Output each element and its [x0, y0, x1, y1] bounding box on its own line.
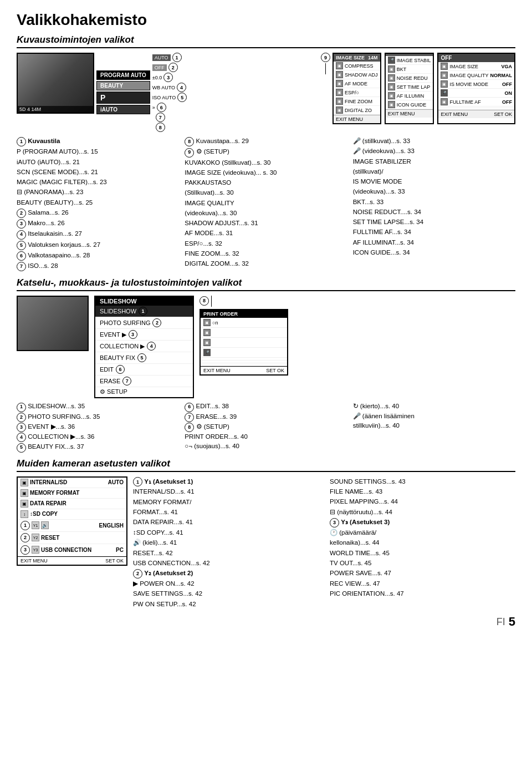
bot-badge-1: 1 [133, 477, 142, 486]
badge-7: 7 [156, 113, 165, 122]
badge-8: 8 [156, 123, 165, 132]
cap-badge-9: 9 [185, 148, 194, 158]
settings-row-copy: ↕ ↕SD COPY [18, 509, 126, 520]
camera-preview-mid [17, 296, 89, 351]
mid-badge-8: 8 [185, 423, 194, 432]
slideshow-badge-7: 7 [122, 377, 131, 385]
page-footer: FI 5 [17, 615, 515, 629]
badge-4: 4 [177, 83, 186, 92]
cap-badge-3: 3 [17, 219, 26, 229]
icon-noise: ▣ [388, 74, 395, 82]
badge-3: 3 [163, 73, 173, 82]
main-menu-footer: EXIT MENU [334, 115, 380, 123]
icon-imgsize2: ▣ [441, 63, 448, 70]
mid-badge-3: 3 [17, 423, 26, 432]
mid-captions: 1 SLIDESHOW...s. 35 2 PHOTO SURFING...s.… [17, 402, 515, 452]
cap-badge-6: 6 [17, 251, 26, 261]
settings-row-internalsd: ▣ INTERNAL/SD AUTO [18, 478, 126, 488]
slideshow-row-setup: ⚙ SETUP [95, 387, 193, 397]
settings-row-2: 2 Y2 RESET [18, 532, 126, 544]
sub-row-bkt: ▣ BKT [386, 65, 433, 74]
sub-menu-panel2: OFF ▣ IMAGE SIZE VGA ▣ IMAGE QUALITY NOR… [437, 53, 515, 124]
preview-overlay-text: 5D 4 14M [19, 106, 41, 112]
mode-beauty[interactable]: BEAUTY [96, 81, 150, 90]
caption-col2: 8 Kuvaustapa...s. 29 9 ⚙ (SETUP) KUVAKOK… [185, 136, 347, 272]
icon-y2: Y2 [32, 534, 39, 541]
cap-badge-8: 8 [185, 137, 194, 146]
section-title-2: Katselu-, muokkaus- ja tulostustoimintoj… [17, 277, 515, 291]
settings-badge-2: 2 [21, 533, 30, 542]
print-order-header: PRINT ORDER [201, 310, 287, 318]
icon-finezoom: ▣ [336, 98, 343, 105]
icon-print-mic: 🎤 [203, 349, 211, 356]
mode-program[interactable]: PROGRAM AUTO [96, 70, 150, 80]
icon-datarepair: ▣ [21, 500, 28, 508]
mode-buttons: PROGRAM AUTO BEAUTY P iAUTO [96, 53, 150, 132]
sub-menu-panel2-header: OFF [438, 54, 514, 62]
main-menu-panel: IMAGE SIZE 14M ▣ COMPRESS ▣ SHADOW ADJ ▣… [332, 53, 381, 124]
icon-lang: 🔊 [41, 521, 49, 529]
icon-print3: ▣ [203, 339, 211, 346]
sub2-row-fulltime: ▣ FULLTIME AF OFF [438, 98, 514, 106]
sub-row-iconguide: ▣ ICON GUIDE [386, 100, 433, 109]
print-row-2: ▣ [201, 328, 287, 338]
sub-menu-panel2-footer: EXIT MENU SET OK [438, 110, 514, 118]
mid-badge-1: 1 [17, 403, 26, 412]
mid-badge-6: 6 [185, 403, 194, 412]
icon-esp: ▣ [336, 89, 343, 96]
sub2-row-ismovie: ▣ IS MOVIE MODE OFF [438, 80, 514, 89]
top-controls: AUTO 1 OFF 2 ±0.0 3 WB AUTO 4 ISO AUTO [152, 53, 187, 132]
settings-badge-1: 1 [21, 521, 30, 530]
slideshow-badge-3: 3 [129, 330, 137, 339]
settings-row-3: 3 Y3 USB CONNECTION PC [18, 544, 126, 556]
badge-5: 5 [177, 93, 187, 102]
settings-row-1: 1 Y1 🔊 ENGLISH [18, 520, 126, 532]
top-right-panels: IMAGE SIZE 14M ▣ COMPRESS ▣ SHADOW ADJ ▣… [332, 53, 515, 124]
fi-label: FI [497, 616, 505, 628]
slideshow-row-collection: COLLECTION ▶ 4 [95, 341, 193, 352]
slideshow-badge-1: 1 [139, 307, 147, 316]
badge-2: 2 [168, 63, 178, 72]
slideshow-badge-5: 5 [137, 353, 146, 362]
sub-menu-panel1: 🎤 IMAGE STABIL ▣ BKT ▣ NOISE REDU ▣ SET … [385, 53, 434, 124]
icon-bkt: ▣ [388, 65, 395, 73]
ctrl-iso: ISO AUTO [152, 95, 176, 100]
settings-panel: ▣ INTERNAL/SD AUTO ▣ MEMORY FORMAT ▣ DAT… [17, 476, 127, 566]
icon-iconguide: ▣ [388, 101, 395, 108]
slideshow-menu: SLIDESHOW SLIDESHOW 1 PHOTO SURFING 2 EV… [94, 296, 194, 398]
slideshow-badge-6: 6 [116, 365, 125, 374]
cap-badge-4: 4 [17, 230, 26, 240]
print-row-1: ▣ ○n [201, 318, 287, 328]
bottom-col1: 1 Y₁ (Asetukset 1) INTERNAL/SD...s. 41 M… [133, 476, 319, 610]
ctrl-exp: ±0.0 [152, 75, 162, 80]
mode-p[interactable]: P [96, 92, 150, 104]
bot-badge-2: 2 [133, 569, 142, 579]
icon-mic2: 🎤 [441, 89, 448, 97]
top-captions: 1 Kuvaustila P (PROGRAM AUTO)...s. 15 iA… [17, 136, 515, 272]
sub2-row-mic: 🎤 ON [438, 89, 514, 98]
caption-col1: 1 Kuvaustila P (PROGRAM AUTO)...s. 15 iA… [17, 136, 179, 272]
menu-row-compress: ▣ COMPRESS [334, 62, 380, 70]
menu-row-shadow: ▣ SHADOW ADJ [334, 70, 380, 79]
ctrl-auto: AUTO [152, 54, 171, 61]
icon-internalsd: ▣ [21, 479, 28, 486]
icon-mic-stab: 🎤 [388, 57, 395, 64]
bottom-captions: 1 Y₁ (Asetukset 1) INTERNAL/SD...s. 41 M… [133, 476, 515, 610]
settings-row-memformat: ▣ MEMORY FORMAT [18, 488, 126, 499]
slideshow-row-edit: EDIT 6 [95, 364, 193, 376]
bot-badge-3: 3 [330, 518, 339, 527]
slideshow-row-beautyfix: BEAUTY FIX 5 [95, 352, 193, 364]
caption-col3: 🎤 (stillkuvat)...s. 33 🎤 (videokuva)...s… [353, 136, 515, 272]
icon-memformat: ▣ [21, 489, 28, 497]
mode-iauto[interactable]: iAUTO [96, 105, 150, 114]
slideshow-badge-2: 2 [152, 318, 161, 327]
print-order-panel: PRINT ORDER ▣ ○n ▣ ▣ 🎤 EXIT MENU SET OK [200, 309, 288, 376]
mid-badge-4: 4 [17, 433, 26, 442]
icon-imgqual: ▣ [441, 72, 448, 79]
print-row-mic: 🎤 [201, 348, 287, 358]
sub2-row-imgsize: ▣ IMAGE SIZE VGA [438, 62, 514, 71]
settings-footer: EXIT MENU SET OK [18, 556, 126, 565]
icon-afmode: ▣ [336, 80, 343, 87]
menu-row-digitalzoom: ▣ DIGITAL ZO [334, 106, 380, 115]
icon-print2: ▣ [203, 329, 211, 336]
